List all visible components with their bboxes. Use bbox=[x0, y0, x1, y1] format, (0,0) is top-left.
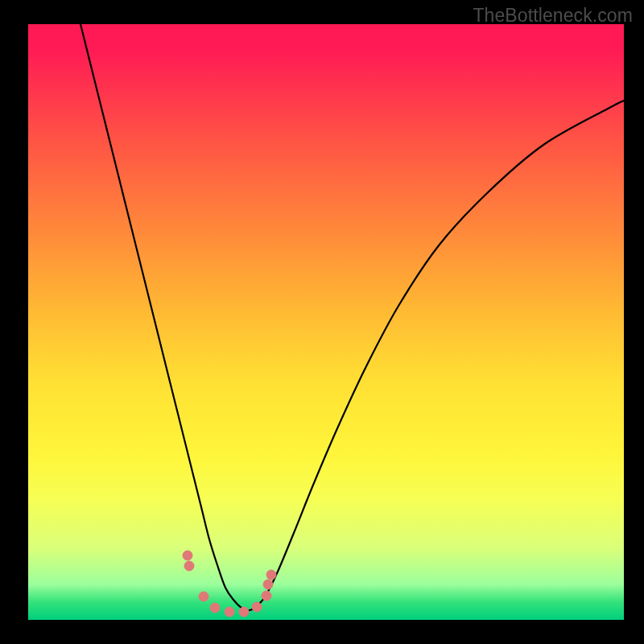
curve-marker bbox=[199, 592, 208, 601]
chart-frame: TheBottleneck.com bbox=[0, 0, 644, 644]
curve-marker bbox=[263, 580, 273, 589]
curve-marker bbox=[210, 603, 220, 613]
watermark-text: TheBottleneck.com bbox=[473, 5, 633, 27]
curve-marker bbox=[252, 602, 262, 612]
curve-marker bbox=[266, 570, 276, 580]
bottleneck-curve bbox=[80, 24, 624, 610]
plot-area bbox=[28, 24, 624, 620]
curve-marker bbox=[184, 561, 194, 571]
curve-marker bbox=[183, 551, 192, 560]
curve-marker bbox=[225, 607, 234, 617]
curve-svg bbox=[28, 24, 624, 620]
curve-markers bbox=[183, 551, 276, 617]
curve-marker bbox=[262, 591, 271, 601]
curve-marker bbox=[239, 607, 249, 617]
